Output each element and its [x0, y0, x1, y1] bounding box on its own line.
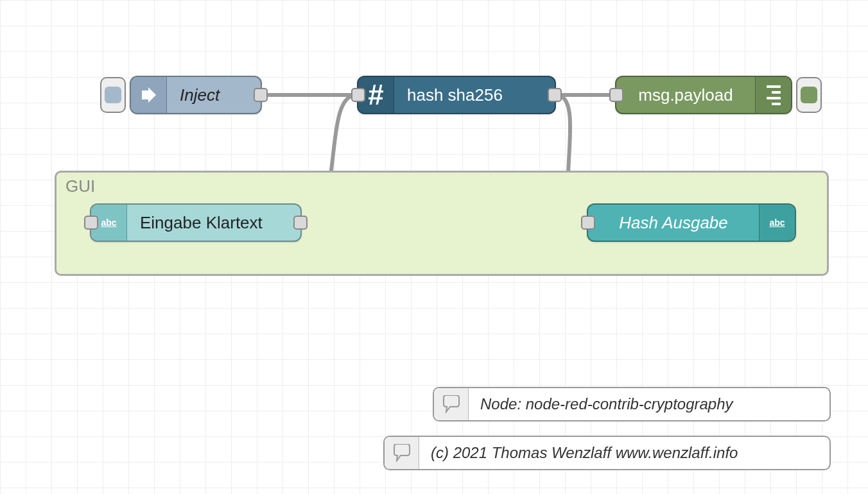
hash-label: hash sha256 — [394, 77, 555, 113]
debug-toggle-button[interactable] — [796, 77, 822, 113]
debug-bars-icon — [755, 77, 791, 113]
inject-label: Inject — [167, 77, 261, 113]
text-output-node[interactable]: Hash Ausgabe abc — [587, 203, 796, 242]
comment-node-1[interactable]: Node: node-red-contrib-cryptography — [433, 387, 831, 422]
text-output-input-port[interactable] — [581, 216, 595, 230]
speech-bubble-icon — [385, 437, 419, 469]
text-input-label: Eingabe Klartext — [127, 205, 300, 241]
debug-input-port[interactable] — [609, 88, 623, 102]
inject-arrow-icon — [131, 77, 167, 113]
comment-2-label: (c) 2021 Thomas Wenzlaff www.wenzlaff.in… — [419, 437, 749, 469]
hash-node[interactable]: # hash sha256 — [357, 76, 556, 114]
inject-output-port[interactable] — [254, 88, 268, 102]
inject-node[interactable]: Inject — [130, 76, 262, 114]
text-output-label: Hash Ausgabe — [588, 205, 759, 241]
abc-icon: abc — [759, 205, 795, 241]
debug-toggle-inner — [801, 87, 817, 103]
text-input-input-port[interactable] — [84, 216, 98, 230]
speech-bubble-icon — [434, 388, 469, 420]
text-input-output-port[interactable] — [293, 216, 308, 230]
comment-node-2[interactable]: (c) 2021 Thomas Wenzlaff www.wenzlaff.in… — [383, 436, 831, 470]
group-label: GUI — [65, 176, 95, 196]
inject-trigger-button[interactable] — [100, 77, 126, 113]
hash-input-port[interactable] — [351, 88, 365, 102]
text-input-node[interactable]: abc Eingabe Klartext — [90, 203, 302, 242]
hash-output-port[interactable] — [548, 88, 562, 102]
debug-label: msg.payload — [616, 77, 755, 113]
inject-trigger-inner — [105, 87, 121, 103]
comment-1-label: Node: node-red-contrib-cryptography — [469, 388, 745, 420]
debug-node[interactable]: msg.payload — [615, 76, 792, 114]
